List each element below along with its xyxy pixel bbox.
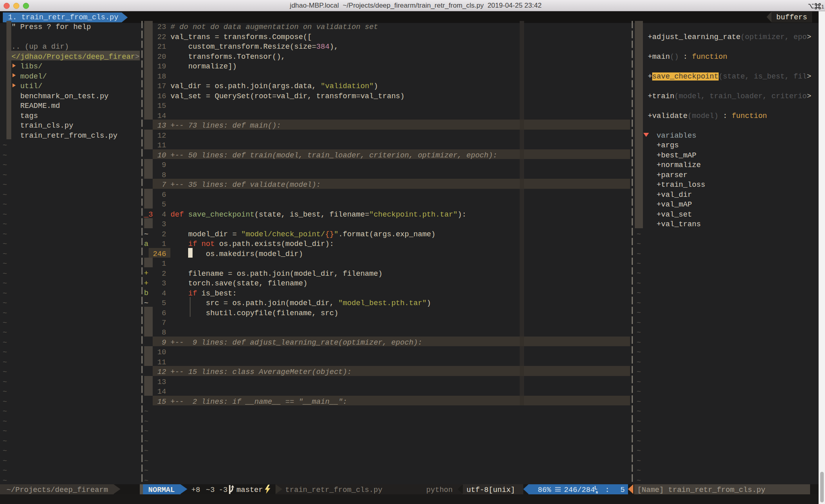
svg-text:1: 1 — [821, 4, 825, 10]
